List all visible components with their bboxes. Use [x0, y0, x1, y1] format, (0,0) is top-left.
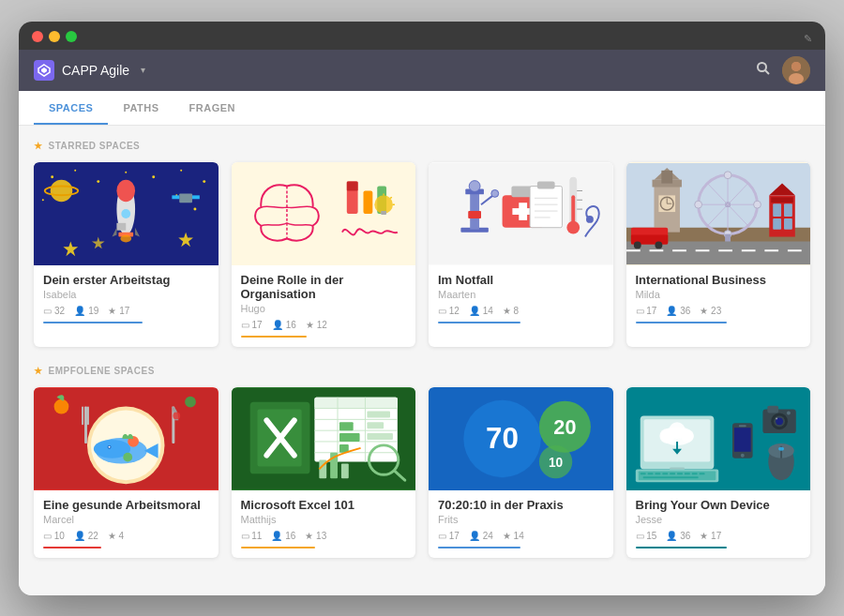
- svg-point-188: [778, 446, 784, 450]
- recommended-label: EMPFOLENE SPACES: [49, 366, 155, 376]
- svg-rect-23: [116, 222, 126, 230]
- svg-point-53: [491, 189, 499, 197]
- card-deine-rolle[interactable]: Deine Rolle in der Organisation Hugo ▭ 1…: [232, 162, 416, 347]
- maximize-button[interactable]: [66, 31, 77, 42]
- close-button[interactable]: [32, 31, 43, 42]
- svg-point-14: [180, 169, 182, 171]
- app-logo: CAPP Agile ▾: [34, 60, 145, 81]
- card-title-2: Deine Rolle in der Organisation: [241, 273, 407, 301]
- doc-icon-2: ▭: [241, 320, 249, 330]
- card-stats-2: ▭ 17 👤 16 ★ 12: [241, 320, 407, 330]
- svg-point-7: [791, 62, 801, 71]
- svg-point-60: [566, 220, 580, 233]
- svg-point-105: [655, 241, 662, 248]
- svg-point-11: [97, 180, 99, 183]
- svg-point-22: [116, 179, 135, 202]
- svg-rect-137: [339, 422, 353, 430]
- card-body-5: Eine gesunde Arbeitsmoral Marcel ▭ 10 👤 …: [34, 490, 219, 558]
- card-title-5: Eine gesunde Arbeitsmoral: [43, 498, 209, 512]
- card-gesunde[interactable]: Eine gesunde Arbeitsmoral Marcel ▭ 10 👤 …: [34, 387, 219, 558]
- card-title-7: 70:20:10 in der Praxis: [438, 498, 604, 512]
- starred-section-header: ★ STARRED SPACES: [34, 141, 810, 151]
- svg-rect-138: [339, 433, 359, 442]
- minimize-button[interactable]: [49, 31, 60, 42]
- svg-point-50: [469, 180, 480, 191]
- svg-point-119: [123, 452, 132, 461]
- card-international-business[interactable]: International Business Milda ▭ 17 👤 36 ★…: [626, 162, 811, 347]
- card-stats-5: ▭ 10 👤 22 ★ 4: [43, 531, 209, 541]
- svg-rect-94: [771, 197, 793, 203]
- star-icon: ★: [34, 141, 43, 151]
- svg-rect-42: [381, 211, 386, 215]
- card-byod[interactable]: Bring Your Own Device Jesse ▭ 15 👤 36 ★ …: [626, 387, 811, 558]
- logo-icon: [34, 60, 54, 81]
- stat-docs-4: ▭ 17: [636, 306, 657, 316]
- svg-rect-165: [662, 473, 668, 474]
- search-button[interactable]: [756, 61, 771, 80]
- svg-rect-129: [314, 397, 397, 408]
- svg-rect-97: [784, 203, 792, 217]
- card-title-4: International Business: [636, 273, 802, 287]
- card-dein-erster[interactable]: Dein erster Arbeitstag Isabela ▭ 32 👤 19…: [34, 162, 219, 347]
- card-stats-3: ▭ 12 👤 14 ★ 8: [438, 306, 604, 316]
- card-title-3: Im Notfall: [438, 273, 604, 287]
- card-image-7: 70 20 10: [429, 387, 613, 490]
- svg-point-19: [51, 179, 73, 202]
- svg-text:70: 70: [486, 421, 519, 454]
- svg-rect-110: [82, 406, 83, 425]
- svg-rect-191: [738, 425, 746, 427]
- svg-point-91: [694, 201, 701, 208]
- user-icon-2: 👤: [272, 320, 283, 330]
- stat-docs-3: ▭ 12: [438, 306, 460, 316]
- chevron-down-icon[interactable]: ▾: [141, 65, 145, 75]
- svg-rect-100: [626, 241, 811, 264]
- svg-rect-48: [470, 190, 479, 229]
- svg-rect-98: [773, 218, 781, 229]
- svg-point-122: [173, 412, 180, 419]
- svg-rect-147: [340, 463, 348, 478]
- card-author-2: Hugo: [241, 303, 407, 314]
- tab-spaces[interactable]: SPACES: [34, 91, 108, 125]
- svg-point-15: [203, 180, 205, 183]
- stat-stars-2: ★ 12: [306, 320, 327, 330]
- card-body-7: 70:20:10 in der Praxis Frits ▭ 17 👤 24 ★…: [429, 490, 613, 558]
- svg-rect-111: [87, 406, 89, 425]
- tab-paths[interactable]: PATHS: [108, 91, 173, 125]
- svg-point-26: [121, 209, 130, 218]
- svg-rect-65: [537, 181, 555, 188]
- stat-users-3: 👤 14: [469, 306, 493, 316]
- svg-text:10: 10: [549, 456, 564, 470]
- card-stats-1: ▭ 32 👤 19 ★ 17: [43, 306, 209, 316]
- stat-docs-5: ▭ 10: [43, 531, 65, 541]
- svg-rect-96: [773, 203, 781, 217]
- svg-rect-38: [346, 181, 357, 190]
- svg-rect-142: [367, 433, 393, 440]
- header-actions: [756, 56, 810, 84]
- svg-point-16: [42, 199, 44, 201]
- card-excel[interactable]: Microsoft Excel 101 Matthijs ▭ 11 👤 16 ★…: [232, 387, 416, 558]
- star-small-icon-2: ★: [306, 320, 314, 330]
- svg-rect-167: [677, 473, 683, 474]
- svg-rect-141: [367, 422, 384, 428]
- card-702010[interactable]: 70 20 10 70:20:10 in der Praxis Frits ▭ …: [429, 387, 613, 558]
- starred-cards-grid: Dein erster Arbeitstag Isabela ▭ 32 👤 19…: [34, 162, 810, 347]
- svg-rect-162: [640, 473, 645, 474]
- svg-rect-170: [699, 473, 704, 474]
- tab-fragen[interactable]: FRAGEN: [174, 91, 250, 125]
- recommended-section-header: ★ EMPFOLENE SPACES: [34, 366, 810, 376]
- svg-point-2: [758, 63, 766, 71]
- svg-rect-161: [638, 471, 716, 480]
- card-author-4: Milda: [636, 289, 802, 300]
- stat-users-6: 👤 16: [271, 531, 295, 541]
- svg-point-121: [185, 396, 196, 407]
- svg-rect-190: [733, 428, 750, 452]
- avatar[interactable]: [782, 56, 810, 84]
- svg-rect-169: [691, 473, 697, 474]
- card-image-8: [626, 387, 811, 490]
- browser-chrome: ✎: [19, 22, 825, 50]
- card-im-notfall[interactable]: Im Notfall Maarten ▭ 12 👤 14 ★ 8: [429, 162, 613, 347]
- edit-icon: ✎: [804, 33, 812, 45]
- card-stats-6: ▭ 11 👤 16 ★ 13: [241, 531, 407, 541]
- doc-icon: ▭: [43, 306, 52, 316]
- svg-rect-29: [179, 193, 192, 203]
